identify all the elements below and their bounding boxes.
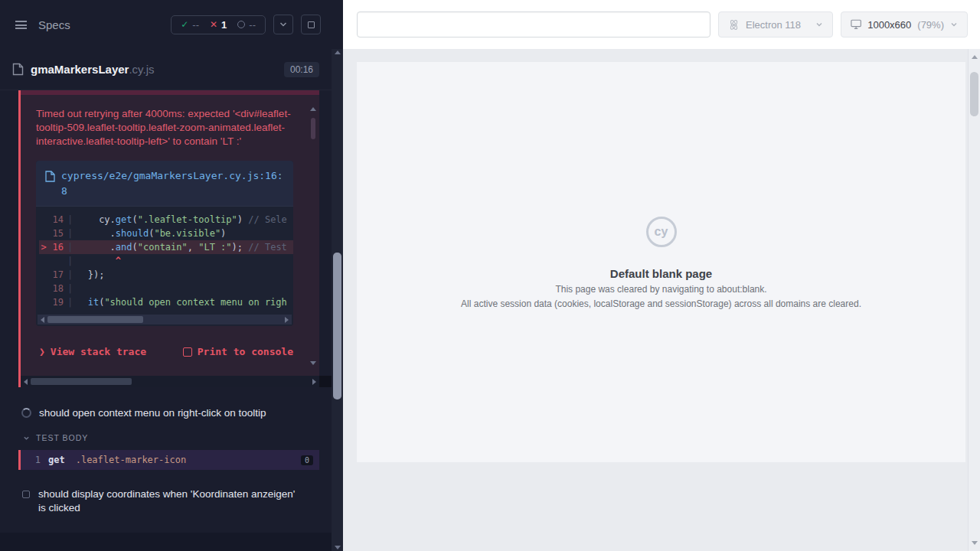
reporter-scrollbar[interactable] bbox=[332, 49, 343, 551]
pending-circle-icon bbox=[237, 21, 245, 28]
test-body-toggle[interactable]: TEST BODY bbox=[0, 427, 332, 448]
blank-page-message: cy Default blank page This page was clea… bbox=[357, 217, 965, 309]
url-input[interactable] bbox=[357, 11, 710, 37]
failed-count: 1 bbox=[221, 19, 227, 31]
view-stack-trace-link[interactable]: ❯View stack trace bbox=[39, 346, 146, 357]
code-frame: cypress/e2e/gmaMarkersLayer.cy.js:16:8 1… bbox=[36, 161, 293, 326]
view-stack-trace-label: View stack trace bbox=[51, 346, 146, 357]
command-message: .leaflet-marker-icon bbox=[76, 455, 187, 465]
spec-duration: 00:16 bbox=[284, 62, 319, 77]
scroll-right-arrow[interactable] bbox=[285, 317, 289, 323]
file-icon bbox=[45, 171, 55, 182]
reporter-panel: Specs ✓-- ✕1 -- gmaMarkersLayer.cy.js 00… bbox=[0, 0, 332, 551]
scroll-thumb[interactable] bbox=[31, 378, 132, 385]
scroll-down-arrow[interactable] bbox=[972, 541, 978, 545]
chevron-right-icon: ❯ bbox=[39, 346, 45, 357]
spinner-icon bbox=[21, 408, 31, 418]
cypress-runner: Specs ✓-- ✕1 -- gmaMarkersLayer.cy.js 00… bbox=[0, 0, 980, 551]
electron-icon bbox=[728, 19, 740, 31]
blank-page-line2: All active session data (cookies, localS… bbox=[357, 298, 965, 309]
print-to-console-label: Print to console bbox=[198, 346, 293, 357]
scroll-thumb[interactable] bbox=[47, 316, 143, 323]
error-vertical-scrollbar[interactable] bbox=[309, 106, 317, 367]
error-actions: ❯View stack trace Print to console bbox=[36, 326, 296, 371]
spec-name-ext: .cy.js bbox=[129, 63, 154, 76]
browser-label: Electron 118 bbox=[746, 19, 801, 31]
specs-title: Specs bbox=[38, 18, 70, 31]
scroll-up-arrow[interactable] bbox=[335, 51, 341, 54]
error-message: Timed out retrying after 4000ms: expecte… bbox=[36, 107, 299, 148]
print-to-console-link[interactable]: Print to console bbox=[183, 346, 293, 357]
code-line: 15| .should("be.visible") bbox=[39, 227, 293, 240]
scroll-thumb[interactable] bbox=[333, 253, 341, 399]
chevron-down-icon bbox=[279, 20, 288, 29]
code-line: 14| cy.get(".leaflet-tooltip") // Sele bbox=[39, 213, 293, 227]
scroll-left-arrow[interactable] bbox=[24, 379, 28, 385]
file-icon bbox=[12, 63, 24, 76]
blank-page-title: Default blank page bbox=[357, 267, 965, 280]
chevron-down-icon bbox=[950, 21, 958, 28]
stop-button[interactable] bbox=[301, 15, 321, 34]
collapse-all-button[interactable] bbox=[273, 15, 293, 34]
command-name: get bbox=[48, 455, 65, 465]
browser-selector[interactable]: Electron 118 bbox=[718, 11, 833, 37]
reporter-empty-area bbox=[0, 533, 332, 551]
command-log-entry[interactable]: 1 get .leaflet-marker-icon 0 bbox=[18, 450, 319, 470]
spec-name-main: gmaMarkersLayer bbox=[31, 63, 129, 76]
test-stats: ✓-- ✕1 -- bbox=[171, 15, 266, 34]
spec-header[interactable]: gmaMarkersLayer.cy.js 00:16 bbox=[0, 49, 332, 90]
viewport-selector[interactable]: 1000x660 (79%) bbox=[841, 11, 968, 37]
error-panel: Timed out retrying after 4000ms: expecte… bbox=[21, 95, 319, 376]
code-line: 17| }); bbox=[39, 268, 293, 282]
spec-name: gmaMarkersLayer.cy.js bbox=[31, 63, 154, 76]
command-number: 1 bbox=[21, 455, 41, 465]
stop-icon bbox=[308, 21, 315, 28]
command-count-badge: 0 bbox=[301, 455, 313, 465]
viewport-icon bbox=[851, 19, 861, 30]
blank-page-line1: This page was cleared by navigating to a… bbox=[357, 284, 965, 295]
scroll-thumb[interactable] bbox=[311, 118, 315, 139]
chevron-down-icon bbox=[23, 435, 30, 442]
code-line: 19| it("should open context menu on righ bbox=[39, 295, 293, 309]
reporter-horizontal-scrollbar[interactable] bbox=[21, 376, 319, 387]
reporter-content: Timed out retrying after 4000ms: expecte… bbox=[0, 90, 332, 551]
test-item-running[interactable]: should open context menu on right-click … bbox=[0, 399, 332, 427]
code-line: 18| bbox=[39, 282, 293, 295]
code-lines: 14| cy.get(".leaflet-tooltip") // Sele 1… bbox=[36, 207, 293, 312]
aut-container: cy Default blank page This page was clea… bbox=[343, 49, 980, 551]
test-title: should open context menu on right-click … bbox=[39, 406, 266, 420]
code-frame-header: cypress/e2e/gmaMarkersLayer.cy.js:16:8 bbox=[36, 161, 293, 207]
test-item-pending[interactable]: should display coordinates when 'Koordin… bbox=[0, 481, 332, 522]
code-horizontal-scrollbar[interactable] bbox=[38, 315, 292, 324]
reporter-header: Specs ✓-- ✕1 -- bbox=[0, 0, 332, 49]
scroll-down-arrow[interactable] bbox=[335, 546, 341, 549]
aut-scrollbar[interactable] bbox=[968, 49, 980, 551]
scroll-down-arrow[interactable] bbox=[310, 361, 316, 365]
stat-failed: ✕1 bbox=[210, 19, 227, 31]
console-icon bbox=[183, 347, 192, 357]
stat-passed: ✓-- bbox=[181, 19, 199, 31]
stat-pending: -- bbox=[237, 19, 256, 31]
scroll-right-arrow[interactable] bbox=[312, 379, 316, 385]
stage-header: Electron 118 1000x660 (79%) bbox=[343, 0, 980, 49]
x-icon: ✕ bbox=[210, 19, 217, 30]
cypress-logo: cy bbox=[646, 217, 677, 247]
pending-box-icon bbox=[22, 491, 30, 498]
code-line: >16| .and("contain", "LT :"); // Test bbox=[39, 240, 293, 254]
failed-attempt-block: Timed out retrying after 4000ms: expecte… bbox=[18, 90, 319, 387]
passed-count: -- bbox=[192, 19, 199, 31]
specs-list-icon[interactable] bbox=[11, 15, 31, 34]
scroll-thumb[interactable] bbox=[970, 72, 978, 116]
scroll-left-arrow[interactable] bbox=[41, 317, 44, 323]
menu-icon bbox=[15, 21, 27, 29]
scroll-up-arrow[interactable] bbox=[972, 55, 978, 59]
scrollbar-corner bbox=[319, 376, 332, 387]
aut-iframe[interactable]: cy Default blank page This page was clea… bbox=[357, 62, 965, 462]
viewport-scale: (79%) bbox=[917, 19, 944, 31]
code-line: | ^ bbox=[39, 254, 293, 268]
check-icon: ✓ bbox=[181, 19, 188, 30]
chevron-down-icon bbox=[815, 21, 823, 28]
scroll-up-arrow[interactable] bbox=[310, 107, 316, 111]
code-frame-file-link[interactable]: cypress/e2e/gmaMarkersLayer.cy.js:16:8 bbox=[61, 168, 284, 198]
viewport-size: 1000x660 bbox=[867, 19, 911, 31]
